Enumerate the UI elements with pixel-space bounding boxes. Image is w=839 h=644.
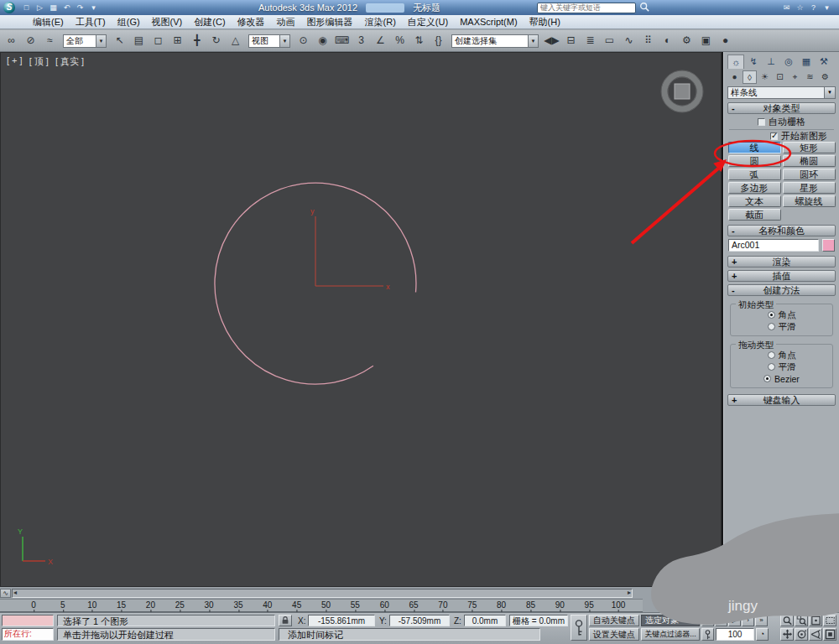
y-coord-field[interactable]: -57.509mm [389, 615, 450, 626]
selection-lock-toggle[interactable] [279, 615, 292, 626]
select-and-rotate-icon[interactable]: ↻ [207, 32, 225, 49]
render-production-icon[interactable]: ● [717, 32, 734, 49]
play-button[interactable]: ▶ [728, 615, 741, 626]
menu-item-1[interactable]: 工具(T) [70, 15, 112, 29]
reference-coordinate-system-dropdown[interactable]: 视图▼ [248, 34, 290, 48]
maxscript-macro-recorder[interactable] [2, 615, 54, 626]
zoom-all-button[interactable] [795, 615, 808, 626]
shape-button-8[interactable]: 文本 [728, 195, 781, 207]
mini-curve-editor-button[interactable]: ∿ [0, 589, 11, 598]
category-geometry[interactable]: ● [727, 70, 742, 84]
go-to-start-button[interactable]: « [701, 615, 714, 626]
tab-hierarchy[interactable]: ⊥ [763, 55, 779, 69]
layer-manager-icon[interactable]: ≣ [581, 32, 599, 49]
favorites-star-icon[interactable]: ☆ [794, 2, 806, 13]
x-coord-field[interactable]: -155.861mm [308, 615, 375, 626]
viewcube[interactable] [661, 70, 703, 112]
auto-key-button[interactable]: 自动关键点 [589, 615, 639, 626]
category-systems[interactable]: ⚙ [818, 70, 832, 84]
object-name-field[interactable]: Arc001 [728, 239, 819, 252]
menu-item-5[interactable]: 修改器 [232, 15, 271, 29]
shape-button-0[interactable]: 线 [728, 142, 781, 153]
quick-save-icon[interactable]: ▦ [47, 2, 60, 13]
unlink-selection-icon[interactable]: ⊘ [22, 32, 39, 49]
tab-utilities[interactable]: ⚒ [816, 55, 832, 69]
time-configuration-button[interactable]: ◔ [756, 628, 769, 641]
shape-button-3[interactable]: 椭圆 [783, 155, 836, 167]
undo-icon[interactable]: ↶ [60, 2, 73, 13]
drag-smooth-radio[interactable] [768, 363, 775, 371]
go-to-end-button[interactable]: » [755, 615, 768, 626]
time-ruler[interactable]: 0510152025303540455055606570758085909510… [0, 599, 643, 612]
bind-to-space-warp-icon[interactable]: ≈ [41, 32, 59, 49]
selection-filter-dropdown-arrow-icon[interactable]: ▼ [96, 35, 106, 47]
communication-center-icon[interactable]: ✉ [780, 2, 793, 13]
drag-bezier-radio[interactable] [763, 375, 771, 382]
quick-access-dropdown-icon[interactable]: ▾ [87, 2, 100, 13]
add-time-tag[interactable]: 添加时间标记 [279, 628, 540, 641]
menu-item-8[interactable]: 渲染(R) [359, 15, 402, 29]
search-icon[interactable] [638, 2, 650, 13]
category-space-warps[interactable]: ≋ [803, 70, 817, 84]
app-logo-icon[interactable]: S [3, 2, 15, 13]
shape-button-4[interactable]: 弧 [728, 169, 781, 180]
viewport[interactable]: [ + ] [ 顶 ] [ 真实 ] x y Y X [0, 52, 723, 587]
redo-icon[interactable]: ↷ [74, 2, 86, 13]
zoom-button[interactable] [780, 615, 794, 626]
tab-motion[interactable]: ◎ [780, 55, 797, 69]
category-helpers[interactable]: ⌖ [788, 70, 802, 84]
infocenter-dropdown-icon[interactable]: ▾ [821, 2, 833, 13]
percent-snap-toggle-icon[interactable]: % [391, 32, 409, 49]
rollout-name-color-header[interactable]: - 名称和颜色 [727, 225, 836, 236]
shape-button-2[interactable]: 圆 [728, 155, 781, 167]
zoom-extents-button[interactable] [809, 615, 822, 626]
viewport-menu-view[interactable]: [ 顶 ] [29, 55, 49, 68]
next-frame-button[interactable]: › [742, 615, 754, 626]
current-frame-field[interactable]: 100 [716, 628, 754, 641]
selection-filter-dropdown[interactable]: 全部▼ [63, 34, 107, 48]
named-selection-sets-dropdown[interactable]: 创建选择集▼ [451, 34, 539, 48]
maximize-viewport-toggle[interactable] [823, 628, 836, 641]
select-and-scale-icon[interactable]: △ [227, 32, 244, 49]
angle-snap-toggle-icon[interactable]: ∠ [372, 32, 389, 49]
z-coord-field[interactable]: 0.0mm [464, 615, 506, 626]
shape-category-dropdown[interactable]: 样条线 ▼ [727, 86, 836, 99]
align-icon[interactable]: ⊟ [562, 32, 580, 49]
menu-item-0[interactable]: 编辑(E) [27, 15, 70, 29]
category-shapes[interactable]: ◊ [743, 70, 757, 84]
shape-button-9[interactable]: 螺旋线 [783, 195, 836, 207]
zoom-region-button[interactable] [823, 615, 836, 626]
render-setup-icon[interactable]: ⚙ [678, 32, 696, 49]
maxscript-mini-listener[interactable]: 所在行: [2, 628, 54, 641]
shape-button-7[interactable]: 星形 [783, 182, 836, 194]
select-and-move-icon[interactable]: ╋ [188, 32, 206, 49]
set-key-big-button[interactable] [571, 615, 587, 641]
window-crossing-toggle-icon[interactable]: ⊞ [169, 32, 186, 49]
previous-frame-button[interactable]: ‹ [715, 615, 727, 626]
shape-button-1[interactable]: 矩形 [783, 142, 836, 153]
viewport-menu-general[interactable]: [ + ] [7, 55, 23, 68]
keyboard-shortcut-override-icon[interactable]: ⌨ [333, 32, 351, 49]
set-key-button[interactable]: 设置关键点 [589, 628, 639, 641]
rollout-rendering-header[interactable]: + 渲染 [727, 256, 836, 267]
key-filters-button[interactable]: 关键点过滤器... [641, 628, 700, 641]
schematic-view-icon[interactable]: ⠿ [639, 32, 657, 49]
start-new-shape-checkbox[interactable] [770, 132, 778, 140]
field-of-view-button[interactable] [809, 628, 822, 641]
tab-create[interactable]: ☼ [727, 55, 744, 69]
select-by-name-icon[interactable]: ▤ [130, 32, 148, 49]
menu-item-11[interactable]: 帮助(H) [524, 15, 566, 29]
rollout-interpolation-header[interactable]: + 插值 [727, 270, 836, 282]
shape-category-arrow-icon[interactable]: ▼ [824, 87, 835, 98]
rollout-object-type-header[interactable]: - 对象类型 [727, 102, 836, 114]
curve-editor-icon[interactable]: ∿ [620, 32, 638, 49]
autogrid-checkbox[interactable] [758, 118, 765, 126]
select-object-icon[interactable]: ↖ [111, 32, 128, 49]
material-editor-icon[interactable]: ◐ [659, 32, 676, 49]
select-and-manipulate-icon[interactable]: ◉ [314, 32, 331, 49]
orbit-button[interactable] [795, 628, 808, 641]
menu-item-2[interactable]: 组(G) [112, 15, 146, 29]
edit-named-selection-sets-icon[interactable]: {} [430, 32, 447, 49]
shape-button-10[interactable]: 截面 [728, 209, 781, 221]
category-lights[interactable]: ☀ [758, 70, 772, 84]
